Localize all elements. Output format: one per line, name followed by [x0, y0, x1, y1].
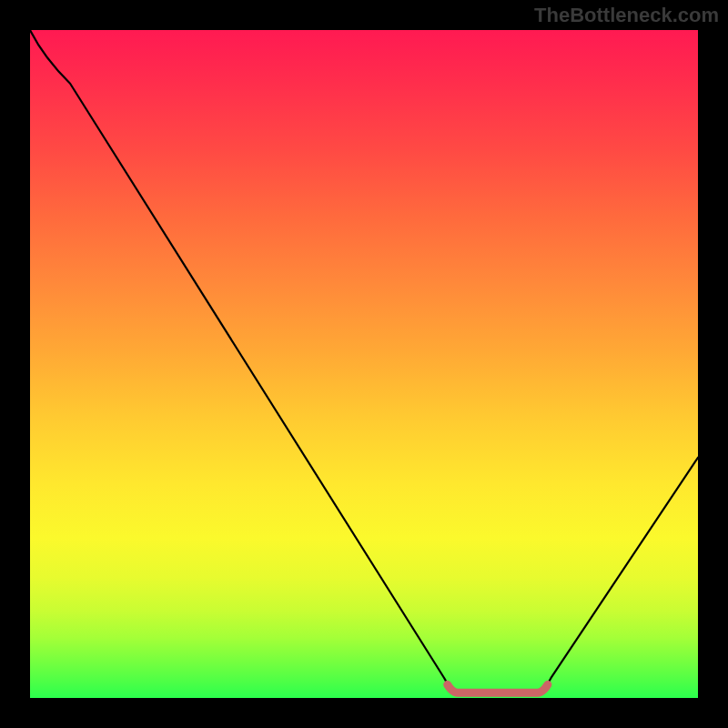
chart-svg: [30, 30, 698, 698]
optimal-range-marker-path: [448, 684, 548, 693]
bottleneck-curve-path: [30, 30, 698, 692]
watermark-text: TheBottleneck.com: [534, 4, 719, 27]
chart-plot-area: [30, 30, 698, 698]
